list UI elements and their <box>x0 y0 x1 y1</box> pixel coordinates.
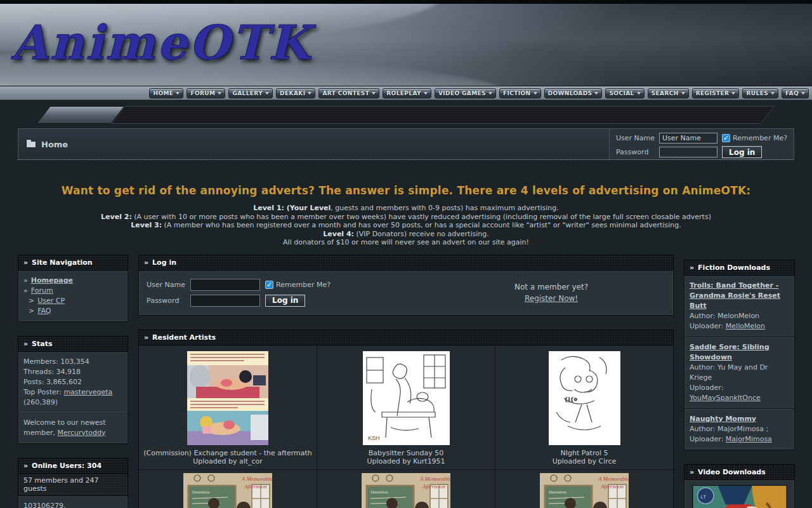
login-button[interactable]: Log in <box>722 146 762 158</box>
advert-line: Level 1: (Your Level, guests and members… <box>0 204 812 212</box>
resident-artists-panel: » Resident Artists <box>138 330 674 508</box>
login-button[interactable]: Log in <box>265 295 305 307</box>
fiction-title-link[interactable]: Saddle Sore: Sibling Showdown <box>690 343 769 361</box>
chevron-down-icon <box>534 92 537 95</box>
sidebar-item-forum[interactable]: Forum <box>31 286 53 296</box>
artist-thumbnail-classroom[interactable] <box>183 473 272 508</box>
artist-thumbnail-bw-2[interactable]: ( | ( o <box>549 351 620 445</box>
uploader-link[interactable]: MelloMelon <box>726 322 765 330</box>
artist-cell: KSH Babysitter Sunday 50 Uploaded by Kur… <box>317 345 495 469</box>
artist-thumbnail-classroom[interactable] <box>362 473 450 508</box>
artist-thumbnail-bw-1[interactable]: KSH <box>363 351 450 445</box>
sidebar-item-homepage[interactable]: Homepage <box>31 276 73 286</box>
nav-item-downloads[interactable]: DOWNLOADS <box>544 88 603 98</box>
advert-line: Level 3: (A member who has been register… <box>0 221 812 229</box>
stats-top-poster: Top Poster: mastervegeta <box>23 387 122 398</box>
nav-item-roleplay[interactable]: ROLEPLAY <box>383 88 431 98</box>
user-link[interactable]: 103106279 <box>23 502 68 508</box>
fiction-downloads-panel: » Fiction Downloads Trolls: Band Togethe… <box>684 260 795 450</box>
site-banner[interactable]: AnimeOTK <box>0 4 812 86</box>
artist-cell: ( | ( o NIght Patrol 5 Uploaded by Circe <box>495 345 673 469</box>
sidebar-item-faq[interactable]: FAQ <box>37 306 51 316</box>
advert-line: All donators of $10 or more will never s… <box>0 238 812 246</box>
nav-item-video-games[interactable]: VIDEO GAMES <box>435 88 496 98</box>
right-sidebar: » Fiction Downloads Trolls: Band Togethe… <box>684 260 795 508</box>
panel-header: » Log in <box>139 255 673 271</box>
stats-members: Members: 103,354 <box>23 357 122 367</box>
username-input[interactable] <box>190 279 260 291</box>
nav-item-art-contest[interactable]: ART CONTEST <box>318 88 379 98</box>
password-input[interactable] <box>190 295 260 307</box>
top-poster-link[interactable]: mastervegeta <box>63 388 112 396</box>
site-navigation-panel: » Site Navigation »Homepage »Forum >User… <box>18 255 128 322</box>
quick-login-form: User Name Remember Me? Password Log in <box>609 129 794 159</box>
nav-item-faq[interactable]: FAQ <box>782 88 809 98</box>
site-logo[interactable]: AnimeOTK <box>11 15 311 70</box>
remember-me: Remember Me? <box>265 281 331 289</box>
divider <box>18 412 128 413</box>
username-label: User Name <box>616 134 655 142</box>
advert-title: Want to get rid of the annoying adverts?… <box>0 187 812 195</box>
nav-item-fiction[interactable]: FICTION <box>499 88 541 98</box>
panel-header: » Online Users: 304 <box>18 458 128 474</box>
main-column: » Log in User Name Remember Me? Password… <box>138 255 674 508</box>
uploader-link[interactable]: YouMaySpankItOnce <box>690 394 761 402</box>
register-prompt: Not a member yet? Register Now! <box>437 281 665 304</box>
username-label: User Name <box>147 281 185 289</box>
video-body: LT Tu Seras un Taxi, Mon Fils! <box>684 480 794 508</box>
username-input[interactable] <box>659 133 717 144</box>
stats-posts: Posts: 3,865,602 <box>23 377 122 387</box>
video-downloads-panel: » Video Downloads <box>684 464 795 508</box>
fiction-author: Author: Yu May and Dr Kriege <box>690 363 789 383</box>
left-sidebar: » Site Navigation »Homepage »Forum >User… <box>18 255 128 508</box>
login-form: User Name Remember Me? Password Log in N… <box>139 271 673 315</box>
sidebar-item-usercp[interactable]: User CP <box>37 296 65 306</box>
artist-thumbnail-comic[interactable] <box>187 351 268 445</box>
fiction-author: Author: MelonMelon <box>690 311 789 321</box>
nav-item-dekaki[interactable]: DEKAKI <box>276 88 315 98</box>
panel-header: » Resident Artists <box>139 330 673 345</box>
remember-me: Remember Me? <box>722 134 787 142</box>
artist-caption: NIght Patrol 5 Uploaded by Circe <box>499 449 669 465</box>
stats-top-poster-count: (260,389) <box>23 398 122 408</box>
chevron-down-icon <box>218 92 221 95</box>
stats-panel: » Stats Members: 103,354 Threads: 34,918… <box>18 336 128 444</box>
nav-item-register[interactable]: REGISTER <box>692 88 740 98</box>
stats-body: Members: 103,354 Threads: 34,918 Posts: … <box>18 352 128 443</box>
uploader-link[interactable]: MajorMimosa <box>726 435 772 443</box>
advertising-notice: Want to get rid of the annoying adverts?… <box>0 187 812 246</box>
fiction-title-link[interactable]: Naughty Mommy <box>690 415 756 423</box>
chevron-down-icon <box>681 92 685 95</box>
fiction-uploader: Uploader: MelloMelon <box>690 321 789 331</box>
online-users-panel: » Online Users: 304 57 members and 247 g… <box>18 458 128 508</box>
chevron-down-icon <box>771 92 775 95</box>
artwork-uploader: Uploaded by Circe <box>499 457 669 465</box>
remember-checkbox[interactable] <box>265 281 273 289</box>
login-panel: » Log in User Name Remember Me? Password… <box>138 255 674 316</box>
chevron-down-icon <box>594 92 598 95</box>
nav-item-forum[interactable]: FORUM <box>187 88 225 98</box>
nav-item-rules[interactable]: RULES <box>742 88 778 98</box>
password-label: Password <box>616 148 655 156</box>
stats-threads: Threads: 34,918 <box>23 367 122 377</box>
nav-item-social[interactable]: SOCIAL <box>605 88 644 98</box>
artist-caption: (Commission) Exchange student - the afte… <box>143 449 313 465</box>
panel-header: » Video Downloads <box>684 465 794 480</box>
nav-item-home[interactable]: HOME <box>149 88 183 98</box>
panel-header: » Fiction Downloads <box>684 260 794 276</box>
nav-item-search[interactable]: SEARCH <box>648 88 689 98</box>
chevron-down-icon <box>424 92 428 95</box>
artist-cell: (Commission) Exchange student - the afte… <box>139 345 317 469</box>
nav-item-gallery[interactable]: GALLERY <box>228 88 273 98</box>
video-thumbnail[interactable]: LT <box>692 485 787 508</box>
newest-member-link[interactable]: Mercurytoddy <box>57 429 105 437</box>
fiction-title-link[interactable]: Trolls: Band Together - Grandma Rosie's … <box>690 281 780 310</box>
chevron-down-icon <box>176 92 180 95</box>
register-now-link[interactable]: Register Now! <box>525 294 578 303</box>
artist-thumbnail-classroom[interactable] <box>540 473 629 508</box>
password-input[interactable] <box>659 147 717 157</box>
main-navbar: HOME FORUM GALLERY DEKAKI ART CONTEST RO… <box>0 86 812 100</box>
remember-checkbox[interactable] <box>722 134 730 142</box>
advert-line: Level 2: (A user with 10 or more posts w… <box>0 213 812 221</box>
artist-grid: (Commission) Exchange student - the afte… <box>139 345 673 508</box>
